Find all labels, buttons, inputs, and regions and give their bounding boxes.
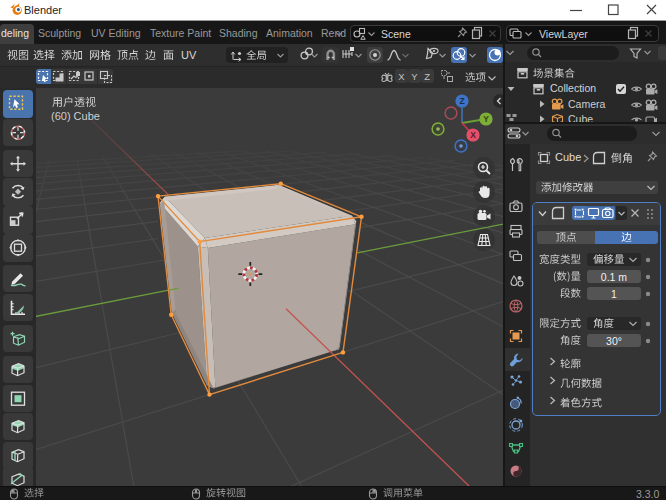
svg-text:Y: Y [483,114,489,124]
svg-text:X: X [470,130,476,140]
svg-text:Z: Z [459,96,464,106]
